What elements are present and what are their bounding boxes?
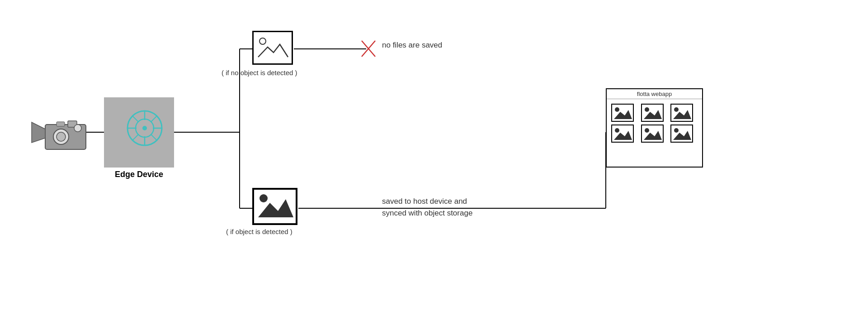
edge-device-box <box>104 97 174 168</box>
flotta-webapp-box: flotta webapp <box>606 88 703 168</box>
svg-point-36 <box>645 107 649 112</box>
svg-point-18 <box>74 125 81 132</box>
gear-icon <box>104 97 174 168</box>
flotta-image-1 <box>611 104 634 122</box>
svg-point-34 <box>615 107 619 112</box>
top-condition-label: ( if no object is detected ) <box>222 69 297 77</box>
image-icon-top <box>252 31 293 65</box>
flotta-img-icon-2 <box>643 105 662 120</box>
flotta-image-4 <box>611 125 634 143</box>
flotta-img-icon-4 <box>613 126 632 141</box>
svg-point-42 <box>645 128 649 133</box>
svg-point-32 <box>259 194 268 202</box>
no-files-label: no files are saved <box>382 41 442 50</box>
image-icon-bottom <box>252 188 297 225</box>
svg-point-29 <box>142 126 147 130</box>
flotta-image-5 <box>641 125 664 143</box>
camera-icon <box>27 115 108 156</box>
svg-point-44 <box>674 128 679 133</box>
flotta-webapp-title: flotta webapp <box>607 89 702 99</box>
edge-device-label: Edge Device <box>104 170 174 179</box>
image-symbol-top <box>256 34 289 62</box>
flotta-image-2 <box>641 104 664 122</box>
flotta-image-3 <box>670 104 693 122</box>
image-symbol-bottom <box>256 191 293 222</box>
svg-line-25 <box>132 116 138 122</box>
svg-rect-17 <box>57 122 65 126</box>
bottom-condition-label: ( if object is detected ) <box>226 228 292 235</box>
flotta-img-icon-6 <box>672 126 691 141</box>
svg-marker-16 <box>32 122 45 143</box>
flotta-img-icon-1 <box>613 105 632 120</box>
svg-point-40 <box>615 128 619 133</box>
flotta-images-grid <box>607 99 702 147</box>
flotta-img-icon-5 <box>643 126 662 141</box>
svg-line-26 <box>151 134 157 140</box>
svg-point-14 <box>57 132 66 141</box>
flotta-image-6 <box>670 125 693 143</box>
svg-point-38 <box>674 107 679 112</box>
svg-point-31 <box>259 38 266 44</box>
svg-rect-30 <box>257 35 288 61</box>
diagram-container: Edge Device ( if no object is detected )… <box>0 0 868 321</box>
svg-line-28 <box>132 134 138 140</box>
flotta-img-icon-3 <box>672 105 691 120</box>
svg-line-27 <box>151 116 157 122</box>
saved-label: saved to host device andsynced with obje… <box>382 196 472 219</box>
